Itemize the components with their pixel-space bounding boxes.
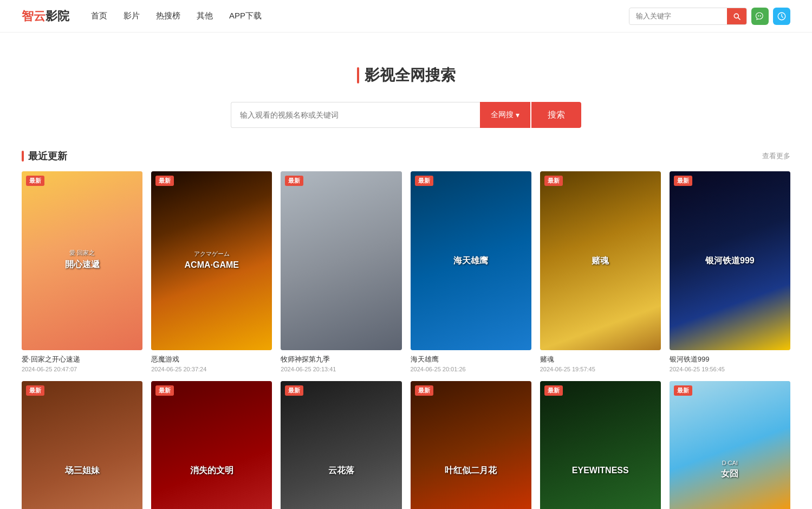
wechat-icon bbox=[755, 11, 765, 21]
header-search-bar bbox=[629, 8, 747, 25]
movie-card-r4[interactable]: 海天雄鹰最新海天雄鹰2024-06-25 20:01:26 bbox=[411, 171, 531, 372]
movie-grid-row2: 场三姐妹最新场三姐妹消失的文明最新消失的文明云花落最新云花落叶红似二月花最新叶红… bbox=[22, 381, 790, 509]
movie-time: 2024-06-25 20:13:41 bbox=[281, 366, 401, 372]
wechat-button[interactable] bbox=[751, 8, 769, 25]
hero-section: 影视全网搜索 全网搜 ▾ 搜索 bbox=[0, 33, 812, 150]
new-badge: 最新 bbox=[674, 176, 692, 186]
new-badge: 最新 bbox=[285, 176, 303, 186]
movie-card-r3[interactable]: 最新牧师神探第九季2024-06-25 20:13:41 bbox=[281, 171, 401, 372]
nav-other[interactable]: 其他 bbox=[197, 11, 213, 21]
movie-title: 牧师神探第九季 bbox=[281, 355, 401, 364]
hero-dropdown-button[interactable]: 全网搜 ▾ bbox=[480, 102, 530, 128]
movie-title: 赌魂 bbox=[540, 355, 661, 364]
recent-section: 最近更新 查看更多 愛·回家之開心速遞最新爱·回家之开心速递2024-06-25… bbox=[0, 150, 812, 509]
header-search-button[interactable] bbox=[727, 8, 746, 24]
movie-card-r9[interactable]: 云花落最新云花落 bbox=[281, 381, 401, 509]
hero-search-row: 全网搜 ▾ 搜索 bbox=[0, 102, 812, 128]
poster-title: EYEWITNESS bbox=[570, 463, 631, 478]
header-search-input[interactable] bbox=[629, 9, 727, 23]
movie-card-r8[interactable]: 消失的文明最新消失的文明 bbox=[151, 381, 272, 509]
poster-subtitle: D·CAI bbox=[722, 460, 738, 466]
poster-title: 女囧 bbox=[719, 466, 740, 482]
poster-title: 叶红似二月花 bbox=[443, 463, 499, 479]
header-right bbox=[629, 8, 790, 25]
history-icon bbox=[777, 11, 787, 21]
new-badge: 最新 bbox=[26, 176, 44, 186]
hero-search-button[interactable]: 搜索 bbox=[531, 102, 581, 128]
movie-time: 2024-06-25 20:37:24 bbox=[151, 366, 272, 372]
new-badge: 最新 bbox=[415, 385, 433, 396]
section-title: 最近更新 bbox=[22, 150, 67, 163]
movie-card-r7[interactable]: 场三姐妹最新场三姐妹 bbox=[22, 381, 142, 509]
movie-title: 海天雄鹰 bbox=[411, 355, 531, 364]
movie-card-r1[interactable]: 愛·回家之開心速遞最新爱·回家之开心速递2024-06-25 20:47:07 bbox=[22, 171, 142, 372]
section-title-bar bbox=[22, 151, 24, 162]
poster-title: 云花落 bbox=[326, 463, 356, 479]
poster-title: 消失的文明 bbox=[188, 463, 236, 479]
section-header: 最近更新 查看更多 bbox=[22, 150, 790, 163]
movie-time: 2024-06-25 20:01:26 bbox=[411, 366, 531, 372]
new-badge: 最新 bbox=[544, 176, 563, 186]
movie-card-r6[interactable]: 银河铁道999最新银河铁道9992024-06-25 19:56:45 bbox=[670, 171, 790, 372]
hero-search-input[interactable] bbox=[231, 102, 480, 128]
search-icon bbox=[732, 12, 741, 21]
nav-hot[interactable]: 热搜榜 bbox=[156, 11, 180, 21]
logo[interactable]: 智云影院 bbox=[22, 8, 69, 24]
movie-grid-row1: 愛·回家之開心速遞最新爱·回家之开心速递2024-06-25 20:47:07ア… bbox=[22, 171, 790, 372]
movie-title: 恶魔游戏 bbox=[151, 355, 272, 364]
poster-title: 场三姐妹 bbox=[63, 463, 102, 479]
movie-time: 2024-06-25 19:56:45 bbox=[670, 366, 790, 372]
poster-title: 海天雄鹰 bbox=[451, 253, 490, 269]
new-badge: 最新 bbox=[26, 385, 44, 396]
hero-title: 影视全网搜索 bbox=[0, 65, 812, 86]
movie-time: 2024-06-25 19:57:45 bbox=[540, 366, 661, 372]
svg-point-0 bbox=[758, 15, 759, 16]
title-cursor bbox=[357, 67, 359, 83]
new-badge: 最新 bbox=[415, 176, 433, 186]
poster-title: 银河铁道999 bbox=[703, 253, 757, 269]
new-badge: 最新 bbox=[674, 385, 692, 396]
header: 智云影院 首页 影片 热搜榜 其他 APP下载 bbox=[0, 0, 812, 33]
nav-app[interactable]: APP下载 bbox=[229, 11, 262, 21]
movie-card-r12[interactable]: D·CAI女囧最新女囧 bbox=[670, 381, 790, 509]
new-badge: 最新 bbox=[544, 385, 563, 396]
new-badge: 最新 bbox=[155, 176, 174, 186]
logo-zhi: 智云 bbox=[22, 9, 46, 23]
poster-subtitle: 愛·回家之 bbox=[69, 249, 95, 257]
poster-title: 開心速遞 bbox=[63, 257, 102, 273]
movie-card-r10[interactable]: 叶红似二月花最新叶红似二月花 bbox=[411, 381, 531, 509]
movie-card-r2[interactable]: アクマゲームACMA·GAME最新恶魔游戏2024-06-25 20:37:24 bbox=[151, 171, 272, 372]
movie-card-r11[interactable]: EYEWITNESS最新EYEWITNESS bbox=[540, 381, 661, 509]
movie-title: 爱·回家之开心速递 bbox=[22, 355, 142, 364]
svg-point-1 bbox=[760, 15, 761, 16]
chevron-down-icon: ▾ bbox=[516, 111, 519, 119]
history-button[interactable] bbox=[773, 8, 790, 25]
logo-rest: 影院 bbox=[46, 9, 69, 23]
see-more-link[interactable]: 查看更多 bbox=[762, 151, 790, 161]
movie-card-r5[interactable]: 赌魂最新赌魂2024-06-25 19:57:45 bbox=[540, 171, 661, 372]
new-badge: 最新 bbox=[285, 385, 303, 396]
poster-title: ACMA·GAME bbox=[183, 258, 241, 272]
poster-title: 赌魂 bbox=[589, 253, 611, 269]
nav-home[interactable]: 首页 bbox=[91, 11, 107, 21]
nav-movies[interactable]: 影片 bbox=[124, 11, 140, 21]
movie-title: 银河铁道999 bbox=[670, 355, 790, 364]
poster-subtitle: アクマゲーム bbox=[194, 250, 230, 258]
movie-time: 2024-06-25 20:47:07 bbox=[22, 366, 142, 372]
new-badge: 最新 bbox=[155, 385, 174, 396]
main-nav: 首页 影片 热搜榜 其他 APP下载 bbox=[91, 11, 629, 21]
